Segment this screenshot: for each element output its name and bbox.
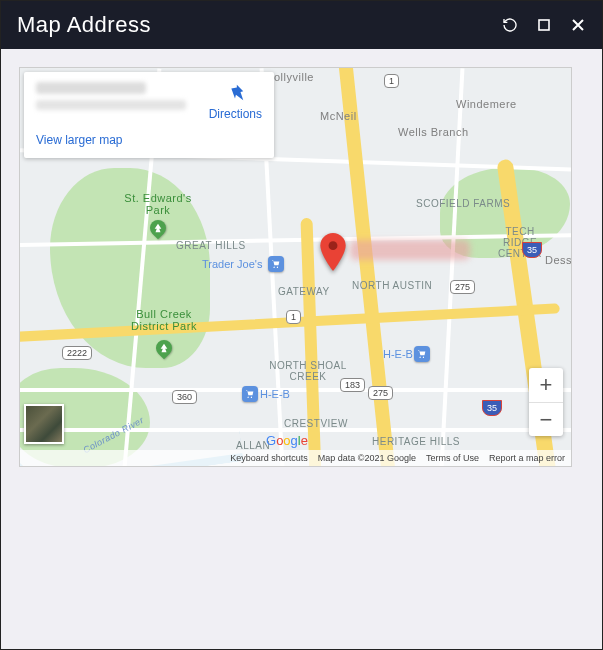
- label-trader-joes[interactable]: Trader Joe's: [202, 258, 262, 270]
- route-shield-i35: 35: [482, 400, 502, 416]
- map-road: [20, 388, 572, 392]
- route-shield-2222: 2222: [62, 346, 92, 360]
- map-pin-icon: [320, 233, 346, 271]
- directions-icon: [224, 82, 246, 104]
- route-shield-1: 1: [384, 74, 399, 88]
- title-bar: Map Address: [1, 1, 602, 49]
- poi-trader-joes-pin[interactable]: [268, 256, 284, 272]
- reload-icon: [502, 17, 518, 33]
- window-frame: Map Address: [0, 0, 603, 650]
- route-shield-183: 183: [340, 378, 365, 392]
- directions-button[interactable]: Directions: [209, 82, 262, 121]
- zoom-control: + −: [529, 368, 563, 436]
- info-address-redacted: [36, 82, 186, 110]
- label-heb-1[interactable]: H-E-B: [383, 348, 413, 360]
- report-error-link[interactable]: Report a map error: [489, 453, 565, 463]
- shopping-cart-icon: [417, 349, 427, 359]
- reload-button[interactable]: [500, 15, 520, 35]
- window-controls: [500, 15, 588, 35]
- poi-heb-pin[interactable]: [414, 346, 430, 362]
- info-card: Directions View larger map: [24, 72, 274, 158]
- svg-point-1: [329, 241, 338, 250]
- close-button[interactable]: [568, 15, 588, 35]
- shopping-cart-icon: [245, 389, 255, 399]
- map-frame[interactable]: Jollyville McNeil Windemere Wells Branch…: [19, 67, 572, 467]
- directions-label: Directions: [209, 107, 262, 121]
- zoom-in-button[interactable]: +: [529, 368, 563, 402]
- close-icon: [571, 18, 585, 32]
- content-area: Jollyville McNeil Windemere Wells Branch…: [1, 49, 602, 649]
- poi-heb-pin[interactable]: [242, 386, 258, 402]
- satellite-toggle-thumbnail[interactable]: [24, 404, 64, 444]
- route-shield-1: 1: [286, 310, 301, 324]
- route-shield-i35: 35: [522, 242, 542, 258]
- zoom-out-button[interactable]: −: [529, 402, 563, 436]
- main-location-pin[interactable]: [320, 233, 346, 259]
- terms-link[interactable]: Terms of Use: [426, 453, 479, 463]
- window-title: Map Address: [17, 12, 151, 38]
- label-heb-2[interactable]: H-E-B: [260, 388, 290, 400]
- route-shield-275: 275: [368, 386, 393, 400]
- shopping-cart-icon: [271, 259, 281, 269]
- map-data-label: Map data ©2021 Google: [318, 453, 416, 463]
- keyboard-shortcuts-link[interactable]: Keyboard shortcuts: [230, 453, 308, 463]
- svg-rect-0: [539, 20, 549, 30]
- address-label-redacted: [350, 240, 470, 260]
- maximize-button[interactable]: [534, 15, 554, 35]
- route-shield-275: 275: [450, 280, 475, 294]
- maximize-icon: [538, 19, 550, 31]
- map-footer: Keyboard shortcuts Map data ©2021 Google…: [20, 450, 571, 466]
- view-larger-map-link[interactable]: View larger map: [36, 133, 122, 147]
- route-shield-360: 360: [172, 390, 197, 404]
